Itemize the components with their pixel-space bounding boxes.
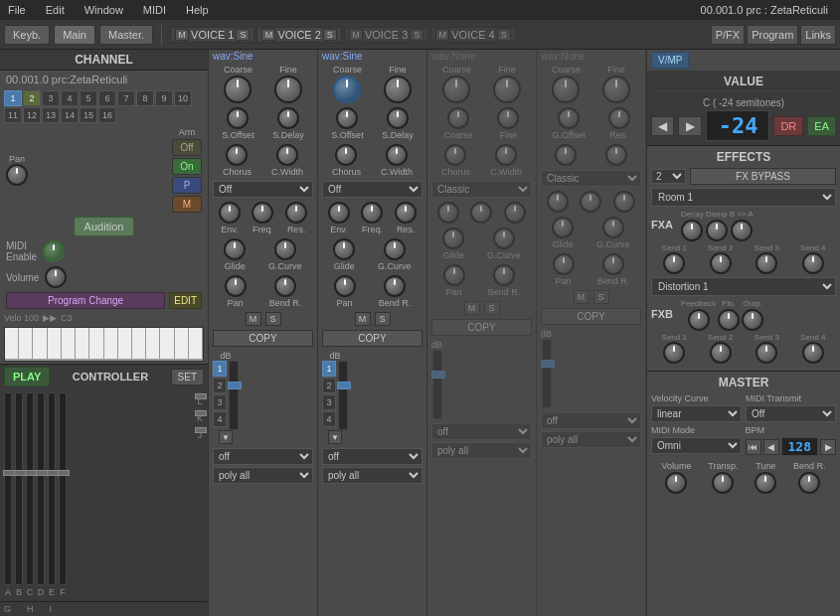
vmp-button[interactable]: V/MP (651, 52, 689, 69)
voice1-fine-knob[interactable] (274, 76, 302, 103)
voice1-bendr-knob[interactable] (274, 275, 296, 297)
fxb-send3-knob[interactable] (756, 342, 777, 364)
voice2-fader-num-2[interactable]: 2 (322, 378, 336, 393)
piano-key-white[interactable] (76, 328, 89, 361)
voice2-m-inner-btn[interactable]: M (355, 312, 371, 326)
voice1-env1-knob[interactable] (219, 202, 241, 224)
ch-num-5[interactable]: 5 (80, 90, 97, 106)
voice1-m-btn[interactable]: M (175, 29, 189, 41)
play-button[interactable]: PLAY (4, 367, 50, 386)
voice4-knob3-k[interactable] (555, 144, 577, 166)
fxa-type-select[interactable]: Room 1 (651, 188, 836, 207)
voice3-mode-select[interactable]: off (431, 423, 532, 440)
menu-window[interactable]: Window (81, 2, 127, 18)
voice4-main-fader[interactable] (542, 339, 552, 408)
piano-key-white[interactable] (175, 328, 189, 361)
fxb-feedback-knob[interactable] (688, 309, 710, 331)
fxa-decay-knob[interactable] (681, 220, 703, 241)
voice1-m-inner-btn[interactable]: M (246, 312, 261, 326)
ch-num-15[interactable]: 15 (80, 107, 97, 123)
ch-num-7[interactable]: 7 (117, 90, 135, 106)
voice1-s-inner-btn[interactable]: S (265, 312, 281, 326)
piano-key-white[interactable] (62, 328, 76, 361)
links-button[interactable]: Links (800, 25, 836, 45)
fader-j-track[interactable] (196, 426, 204, 428)
fader-l-track[interactable] (196, 392, 204, 394)
voice3-main-fader[interactable] (432, 350, 442, 419)
arm-p-btn[interactable]: P (172, 177, 202, 194)
voice2-m-btn[interactable]: M (261, 29, 275, 41)
dr-button[interactable]: DR (773, 116, 803, 136)
volume-knob[interactable] (45, 266, 67, 288)
voice3-poly-select[interactable]: poly all (431, 442, 532, 459)
voice3-knob8-k[interactable] (442, 228, 464, 249)
voice3-knob6-k[interactable] (470, 202, 492, 224)
master-vel-select[interactable]: linear (651, 405, 742, 422)
voice1-fader-num-2[interactable]: 2 (213, 378, 227, 393)
master-midi-mode-select[interactable]: Omni (651, 437, 742, 454)
pfx-button[interactable]: P/FX (711, 25, 745, 45)
value-next-button[interactable]: ▶ (678, 116, 701, 136)
piano-key-white[interactable] (132, 328, 146, 361)
voice2-pan-knob[interactable] (334, 275, 356, 297)
fader-b-track[interactable] (15, 392, 23, 585)
fxa-damp-knob[interactable] (706, 220, 728, 241)
piano-key-white[interactable] (189, 328, 203, 361)
voice3-copy-button[interactable]: COPY (431, 319, 532, 336)
voice4-knob2-k[interactable] (608, 107, 630, 129)
voice2-fader-num-3[interactable]: 3 (322, 394, 336, 410)
program-change-button[interactable]: Program Change (6, 292, 165, 309)
voice4-knob11-k[interactable] (602, 253, 624, 275)
menu-file[interactable]: File (4, 2, 30, 18)
voice3-knob2-k[interactable] (497, 107, 519, 129)
voice1-pan-knob[interactable] (225, 275, 247, 297)
master-bendr-knob[interactable] (798, 472, 820, 494)
voice4-s-btn[interactable]: S (497, 29, 511, 41)
pan-knob[interactable] (6, 164, 28, 186)
ch-num-8[interactable]: 8 (136, 90, 154, 106)
piano-key-white[interactable] (33, 328, 47, 361)
fxb-send4-knob[interactable] (802, 342, 824, 364)
fader-a-track[interactable] (4, 392, 12, 585)
menu-midi[interactable]: MIDI (139, 2, 170, 18)
voice2-bendr-knob[interactable] (384, 275, 406, 297)
voice2-sdelay-knob[interactable] (387, 107, 409, 129)
voice4-copy-button[interactable]: COPY (541, 308, 641, 325)
voice3-knob9-k[interactable] (493, 228, 515, 249)
piano-key-white[interactable] (48, 328, 62, 361)
menu-edit[interactable]: Edit (42, 2, 69, 18)
ch-num-10[interactable]: 10 (174, 90, 192, 106)
voice2-gcurve-knob[interactable] (384, 238, 406, 260)
bpm-prev-button[interactable]: ◀ (763, 439, 779, 455)
fx-bypass-button[interactable]: FX BYPASS (690, 168, 836, 185)
fxa-send1-knob[interactable] (663, 252, 685, 274)
voice4-m-btn[interactable]: M (435, 29, 449, 41)
voice3-knob11-k[interactable] (493, 264, 515, 286)
voice4-knob5-k[interactable] (547, 191, 569, 213)
voice4-knob1-k[interactable] (558, 107, 580, 129)
voice2-res-knob[interactable] (395, 202, 417, 224)
voice2-coarse-knob[interactable] (333, 76, 361, 103)
voice3-coarse-knob[interactable] (442, 76, 470, 103)
piano-keyboard[interactable] (4, 327, 204, 362)
value-prev-button[interactable]: ◀ (651, 116, 674, 136)
voice1-coarse-knob[interactable] (224, 76, 252, 103)
voice2-fader-num-1[interactable]: 1 (322, 361, 336, 377)
voice1-s-btn[interactable]: S (236, 29, 250, 41)
voice4-knob8-k[interactable] (552, 217, 574, 238)
voice3-m-inner-btn[interactable]: M (464, 301, 480, 315)
voice2-fader-num-4[interactable]: 4 (322, 411, 336, 427)
voice3-knob3-k[interactable] (444, 144, 466, 166)
voice2-filter-select[interactable]: Off Classic (322, 181, 422, 198)
voice1-cwidth-knob[interactable] (276, 144, 298, 166)
voice4-knob7-k[interactable] (613, 191, 635, 213)
voice1-chorus-knob[interactable] (226, 144, 248, 166)
voice3-m-btn[interactable]: M (349, 29, 363, 41)
edit-button[interactable]: EDIT (169, 292, 202, 309)
voice2-poly-select[interactable]: poly all (322, 467, 422, 484)
master-midi-transmit-select[interactable]: Off (746, 405, 836, 422)
voice2-env1-knob[interactable] (328, 202, 350, 224)
voice2-chorus-knob[interactable] (335, 144, 357, 166)
voice2-fine-knob[interactable] (384, 76, 412, 103)
voice2-copy-button[interactable]: COPY (322, 330, 422, 347)
